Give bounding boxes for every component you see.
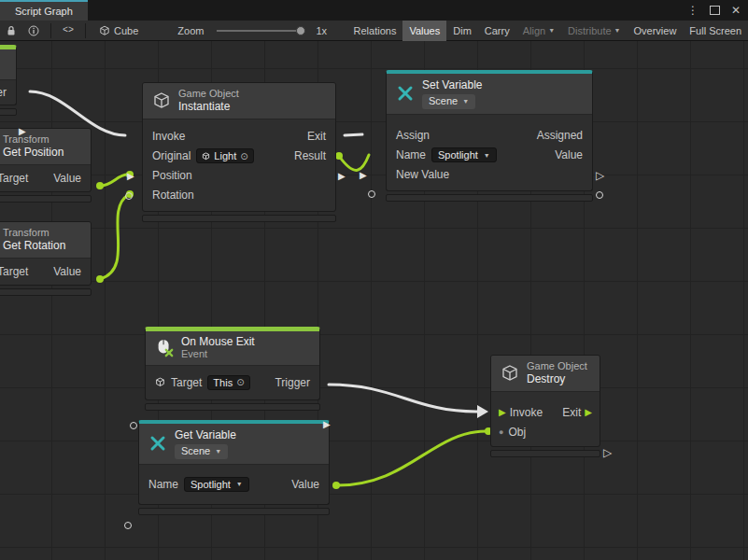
port-dot[interactable] [332,482,340,489]
variable-kind-dropdown[interactable]: Scene ▼ [422,94,475,108]
variable-icon [396,84,415,103]
toolbar-separator [85,23,86,38]
align-button[interactable]: Align▼ [516,21,561,41]
graph-owner-button[interactable]: Cube [92,25,146,36]
dim-button[interactable]: Dim [446,21,478,41]
node-title: Get Variable [175,428,236,441]
port-label-target: Target [171,376,202,389]
distribute-button[interactable]: Distribute▼ [561,21,627,41]
port-dot[interactable] [96,275,104,283]
maximize-icon[interactable] [710,6,720,15]
carry-button[interactable]: Carry [478,21,516,41]
node-header[interactable]: Transform Get Position [0,129,91,165]
port-value-in-icon[interactable] [368,190,375,198]
port-value-in-icon[interactable] [125,192,133,200]
port-label-target: Target [0,172,28,185]
node-footer [0,108,17,116]
port-label-invoke: Invoke [510,406,543,419]
node-get-variable[interactable]: Get Variable Scene ▼ Name Spotlight ▼ [138,420,330,515]
node-footer [145,403,320,411]
more-menu-icon[interactable]: ⋮ [687,5,699,16]
node-get-position[interactable]: Transform Get Position Target Value [0,128,92,203]
node-title: Set Variable [422,78,482,91]
node-category: Game Object [527,360,587,372]
port-dot[interactable] [335,152,343,160]
node-hidden-event[interactable]: Trigger [0,45,17,116]
node-header[interactable]: Get Variable Scene ▼ [139,424,329,465]
graph-canvas[interactable]: Trigger Transform Get Position Target Va… [0,41,748,560]
close-icon[interactable]: ✕ [731,5,741,16]
object-field-value: Light [214,150,236,161]
flow-in-icon[interactable]: ▶ [499,408,506,417]
variable-kind-dropdown[interactable]: Scene ▼ [175,444,228,458]
port-value-in-icon[interactable] [124,522,132,529]
port-flow-out-hollow-icon[interactable]: ▷ [596,170,604,181]
port-label-rotation: Rotation [152,189,194,202]
fullscreen-button[interactable]: Full Screen [683,21,748,41]
port-flow-in-icon[interactable]: ▶ [360,171,367,180]
node-title: Get Position [3,146,64,159]
variable-icon [148,434,167,453]
node-header[interactable]: Game Object Destroy [491,356,600,392]
zoom-label: Zoom [172,25,209,36]
node-title: Instantiate [178,100,239,113]
wire-getrotation-to-rotation[interactable] [100,195,128,279]
values-button[interactable]: Values [402,21,446,41]
port-value-out-icon[interactable] [596,191,603,199]
port-label-result: Result [294,149,326,162]
zoom-slider-knob[interactable] [296,26,305,35]
port-flow-out-icon[interactable]: ▶ [338,172,346,181]
object-field-light[interactable]: Light ⊙ [196,148,253,163]
node-header[interactable]: Transform Get Rotation [0,222,91,259]
port-label-name: Name [148,478,178,491]
wire-getvariable-to-obj[interactable] [337,431,487,485]
port-flow-out-icon[interactable]: ▶ [323,420,331,429]
overview-button[interactable]: Overview [628,21,684,41]
wire-getposition-to-position[interactable] [100,175,128,186]
value-port-icon[interactable]: ● [499,428,503,437]
lock-button[interactable] [0,21,22,41]
chevron-down-icon: ▼ [462,98,469,105]
port-flow-out-hollow-icon[interactable]: ▷ [603,447,612,458]
port-label-position: Position [152,169,192,182]
port-label-exit: Exit [307,130,326,143]
wire-exit-to-assign[interactable] [345,134,362,135]
node-header[interactable]: On Mouse Exit Event [146,331,319,366]
port-value-in-icon[interactable] [130,422,137,429]
variable-name-dropdown[interactable]: Spotlight ▼ [184,477,249,492]
node-footer [386,194,593,202]
window-buttons: ⋮ ✕ [687,0,748,21]
node-header[interactable]: Game Object Instantiate [143,83,335,119]
object-picker-icon[interactable]: ⊙ [236,377,244,387]
port-label-name: Name [396,148,426,161]
port-flow-out-icon[interactable]: ▶ [19,127,26,136]
wire-trigger-to-destroy-invoke[interactable] [329,385,477,412]
node-set-variable[interactable]: Set Variable Scene ▼ Assign Assigned Nam… [386,70,593,202]
port-label-obj: Obj [508,426,526,439]
relations-button[interactable]: Relations [347,21,403,41]
object-field-this[interactable]: This ⊙ [207,375,249,390]
node-get-rotation[interactable]: Transform Get Rotation Target Value [0,221,92,296]
node-on-mouse-exit[interactable]: On Mouse Exit Event Target This ⊙ [145,327,320,411]
port-label-original: Original [152,149,191,162]
node-instantiate[interactable]: Game Object Instantiate Invoke Exit Orig… [142,82,336,222]
node-footer [142,215,336,222]
info-button[interactable] [22,21,45,41]
node-header[interactable] [0,49,16,80]
flow-out-icon[interactable]: ▶ [585,408,592,417]
object-field-value: This [213,377,233,388]
node-header[interactable]: Set Variable Scene ▼ [387,74,592,115]
node-footer [0,195,92,203]
port-dot[interactable] [96,182,104,189]
port-label-value: Value [53,265,81,278]
tab-script-graph[interactable]: Script Graph [0,0,88,21]
wire-result-to-setvariable[interactable] [339,155,369,170]
game-object-icon [202,152,210,161]
node-title: Get Rotation [3,239,65,252]
zoom-slider[interactable] [217,30,303,32]
object-picker-icon[interactable]: ⊙ [240,151,247,161]
code-view-button[interactable]: <> [57,21,79,41]
variable-name-dropdown[interactable]: Spotlight ▼ [431,147,497,162]
port-flow-in-icon[interactable]: ▶ [127,172,134,181]
node-destroy[interactable]: Game Object Destroy ▶ Invoke Exit ▶ [490,355,600,457]
